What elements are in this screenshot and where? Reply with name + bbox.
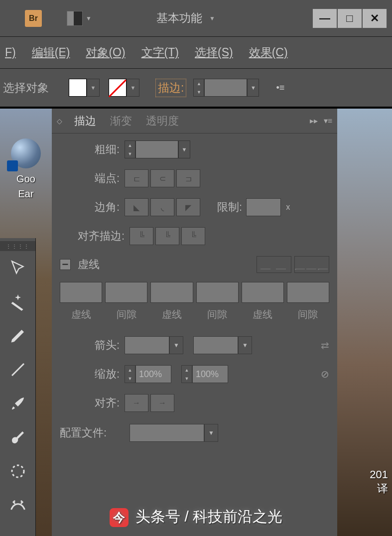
align-arrow-path-button[interactable]: → [150,394,174,412]
gap-input-1[interactable] [105,282,147,303]
stroke-dropdown[interactable]: ▼ [127,79,139,97]
window-controls: — □ ✕ [312,8,387,28]
panel-nav-icon[interactable]: ▸▸ [310,116,318,126]
arrow-align-label: 对齐: [60,396,120,410]
profile-label: 配置文件: [60,425,125,440]
scale-start-value[interactable]: 100% [135,365,171,383]
corner-round-button[interactable]: ◟ [150,198,174,216]
magic-wand-tool[interactable] [0,285,35,319]
corner-miter-button[interactable]: ◣ [125,198,148,216]
cap-projecting-button[interactable]: ⊐ [176,169,200,187]
arrow-start-combo[interactable]: ▼ [125,336,183,354]
fill-dropdown[interactable]: ▼ [87,79,100,97]
desktop-background-right: 201译 [337,109,392,536]
titlebar: Br ▼ 基本功能 ▼ — □ ✕ [0,0,392,37]
limit-suffix: x [286,203,290,212]
menubar: F) 编辑(E) 对象(O) 文字(T) 选择(S) 效果(C) [0,37,392,69]
gap-input-3[interactable] [287,282,329,303]
workspace-switcher[interactable]: 基本功能 ▼ [156,10,215,26]
scale-end-stepper[interactable]: ▲▼ 100% [181,365,228,383]
arrange-documents-button[interactable]: ▼ [67,11,92,26]
width-tool[interactable] [0,488,35,522]
weight-stepper[interactable]: ▲▼ ▼ [125,140,190,158]
profile-dropdown[interactable]: ▼ [204,424,218,442]
minimize-button[interactable]: — [312,8,337,28]
tab-transparency[interactable]: 透明度 [139,111,186,132]
chevron-down-icon: ▼ [209,15,215,22]
dash-col-label: 虚线 [60,308,102,321]
rotate-tool[interactable] [0,454,35,488]
stroke-weight-label[interactable]: 描边: [155,79,186,97]
google-earth-icon[interactable] [11,138,41,168]
menu-effect[interactable]: 效果(C) [249,45,288,60]
stroke-weight-input[interactable] [204,79,247,97]
profile-input[interactable] [130,424,204,442]
cap-butt-button[interactable]: ⊏ [125,169,148,187]
corner-label: 边角: [60,200,120,215]
dash-input-2[interactable] [150,282,193,303]
dash-input-1[interactable] [60,282,102,303]
dash-preserve-button[interactable]: ⸏ ⸏ [257,256,291,273]
tab-gradient[interactable]: 渐变 [103,111,139,132]
dash-input-3[interactable] [242,282,284,303]
arrow-end-combo[interactable]: ▼ [193,336,252,354]
bridge-button[interactable]: Br [25,10,42,27]
stroke-weight-stepper[interactable]: ▲▼ ▼ [193,79,259,97]
tab-stroke[interactable]: 描边 [67,111,103,132]
align-arrow-tip-button[interactable]: → [125,394,148,412]
dash-col-label: 虚线 [242,308,284,321]
maximize-button[interactable]: □ [337,8,362,28]
selection-tool[interactable] [0,251,35,285]
cap-round-button[interactable]: ⊂ [150,169,174,187]
panel-tabs: ◇ 描边 渐变 透明度 ▸▸ ▾≡ [52,109,337,134]
cap-label: 端点: [60,171,120,186]
menu-edit[interactable]: 编辑(E) [32,45,70,60]
dash-align-button[interactable]: ⸐⸏⸐ [294,256,329,273]
scale-end-value[interactable]: 100% [192,365,228,383]
toolbar-grip[interactable]: ⋮⋮⋮⋮ [0,241,35,251]
align-center-button[interactable]: ╚ [130,227,153,245]
options-bar: 选择对象 ▼ ▼ 描边: ▲▼ ▼ •≡ [0,69,392,109]
svg-line-0 [12,364,24,376]
stroke-swatch-none[interactable] [109,79,127,97]
stepper-arrows[interactable]: ▲▼ [193,79,204,97]
blob-brush-tool[interactable] [0,420,35,454]
corner-bevel-button[interactable]: ◤ [176,198,200,216]
panel-menu-icon[interactable]: ▾≡ [324,116,332,126]
weight-input[interactable] [135,140,178,158]
select-object-label: 选择对象 [3,80,49,96]
dash-col-label: 虚线 [150,308,193,321]
limit-label: 限制: [217,200,242,215]
swap-arrows-icon[interactable]: ⇄ [321,339,329,351]
dash-gap-grid: 虚线 间隙 虚线 间隙 虚线 间隙 [60,282,329,321]
arrange-icon [67,11,83,26]
close-button[interactable]: ✕ [362,8,387,28]
desktop-right-text: 201译 [370,468,388,496]
more-options-icon[interactable]: •≡ [276,83,284,93]
gap-input-2[interactable] [196,282,239,303]
limit-input[interactable] [246,198,281,216]
paintbrush-tool[interactable] [0,387,35,420]
menu-object[interactable]: 对象(O) [86,45,125,60]
dashed-line-label: 虚线 [78,257,100,272]
collapse-icon[interactable]: ◇ [57,117,62,125]
align-stroke-label: 对齐描边: [60,229,125,244]
line-tool[interactable] [0,353,35,387]
dashed-line-checkbox[interactable]: − [60,259,71,270]
desktop-icon-label: GooEar [0,171,52,201]
menu-select[interactable]: 选择(S) [195,45,233,60]
pen-tool[interactable] [0,319,35,353]
align-outside-button[interactable]: ╚ [181,227,205,245]
align-inside-button[interactable]: ╚ [155,227,179,245]
scale-start-stepper[interactable]: ▲▼ 100% [125,365,171,383]
fill-swatch[interactable] [69,79,87,97]
dash-col-label: 间隙 [105,308,147,321]
stroke-swatch-group[interactable]: ▼ [109,79,139,97]
dash-col-label: 间隙 [287,308,329,321]
stroke-weight-dropdown[interactable]: ▼ [247,79,259,97]
fill-swatch-group[interactable]: ▼ [69,79,100,97]
menu-type[interactable]: 文字(T) [141,45,179,60]
menu-file-partial[interactable]: F) [5,46,16,59]
desktop-background-left: GooEar ⋮⋮⋮⋮ [0,109,52,536]
link-scale-icon[interactable]: ⊘ [321,368,329,380]
